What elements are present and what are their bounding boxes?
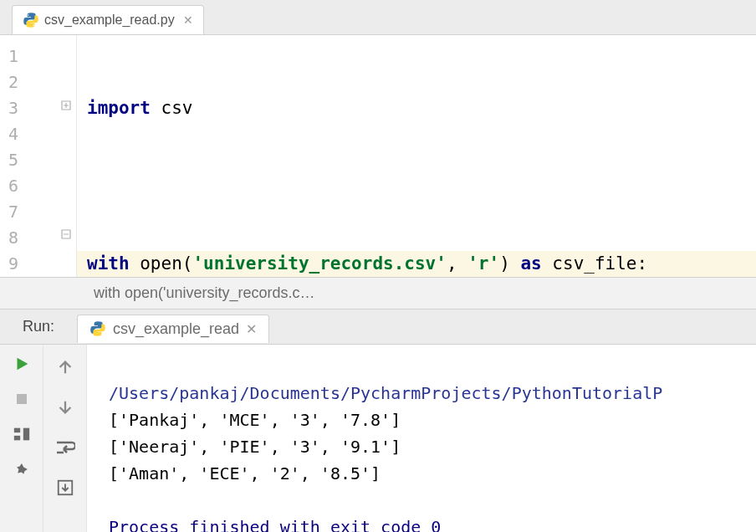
code-text: csv xyxy=(151,98,193,118)
svg-rect-0 xyxy=(17,394,27,404)
line-number: 9 xyxy=(0,251,42,277)
scroll-to-end-icon[interactable] xyxy=(54,477,76,499)
code-text: , xyxy=(447,253,467,274)
svg-rect-3 xyxy=(23,428,28,441)
console-output[interactable]: /Users/pankaj/Documents/PycharmProjects/… xyxy=(87,345,756,532)
line-number: 5 xyxy=(0,147,42,173)
console-line: ['Aman', 'ECE', '2', '8.5'] xyxy=(109,463,381,483)
tab-filename: csv_example_read.py xyxy=(44,13,175,28)
line-number: 4 xyxy=(0,121,42,147)
line-number: 6 xyxy=(0,173,42,199)
line-number: 1 xyxy=(0,43,42,69)
stop-icon[interactable] xyxy=(11,388,33,410)
fold-end-icon[interactable] xyxy=(59,228,73,241)
code-text: open xyxy=(130,253,182,274)
editor-tab[interactable]: csv_example_read.py ✕ xyxy=(12,5,204,34)
code-text: csv_file: xyxy=(542,253,647,274)
console-line: ['Pankaj', 'MCE', '3', '7.8'] xyxy=(109,410,401,430)
layout-icon[interactable] xyxy=(11,423,33,445)
run-tab[interactable]: csv_example_read ✕ xyxy=(77,315,269,343)
arrow-up-icon[interactable] xyxy=(54,356,76,378)
code-editor[interactable]: 1 2 3 4 5 6 7 8 9 import csv with open('… xyxy=(0,35,756,278)
close-icon[interactable]: ✕ xyxy=(183,13,193,27)
svg-rect-1 xyxy=(13,428,19,433)
rerun-icon[interactable] xyxy=(11,353,33,375)
run-toolbar-left xyxy=(0,345,43,532)
keyword: as xyxy=(520,253,541,274)
run-label: Run: xyxy=(0,318,77,335)
python-run-icon xyxy=(89,320,106,337)
run-toolbar-nav xyxy=(43,345,87,532)
run-tab-name: csv_example_read xyxy=(113,320,239,338)
string-literal: 'university_records.csv' xyxy=(192,253,446,274)
pin-icon[interactable] xyxy=(11,458,33,480)
console-path: /Users/pankaj/Documents/PycharmProjects/… xyxy=(109,383,662,403)
string-literal: 'r' xyxy=(467,253,499,274)
line-number: 2 xyxy=(0,69,42,95)
line-number: 7 xyxy=(0,199,42,225)
line-gutter: 1 2 3 4 5 6 7 8 9 xyxy=(0,35,77,277)
keyword: import xyxy=(87,98,151,118)
run-panel-body: /Users/pankaj/Documents/PycharmProjects/… xyxy=(0,345,756,532)
console-line: ['Neeraj', 'PIE', '3', '9.1'] xyxy=(109,437,401,457)
close-icon[interactable]: ✕ xyxy=(246,321,257,337)
console-exit: Process finished with exit code 0 xyxy=(109,517,441,532)
arrow-down-icon[interactable] xyxy=(54,396,76,418)
line-number: 8 xyxy=(0,225,42,251)
breadcrumb-text: with open('university_records.c… xyxy=(94,284,315,302)
code-area[interactable]: import csv with open('university_records… xyxy=(77,35,756,277)
fold-toggle-icon[interactable] xyxy=(59,99,73,112)
soft-wrap-icon[interactable] xyxy=(54,437,76,458)
line-number: 3 xyxy=(0,95,42,121)
breadcrumb[interactable]: with open('university_records.c… xyxy=(0,278,756,309)
svg-rect-2 xyxy=(13,436,19,441)
editor-tab-bar: csv_example_read.py ✕ xyxy=(0,0,756,35)
python-file-icon xyxy=(23,12,39,28)
keyword: with xyxy=(87,253,130,274)
code-text: ( xyxy=(182,253,193,274)
code-text: ) xyxy=(499,253,520,274)
run-panel-header: Run: csv_example_read ✕ xyxy=(0,309,756,345)
